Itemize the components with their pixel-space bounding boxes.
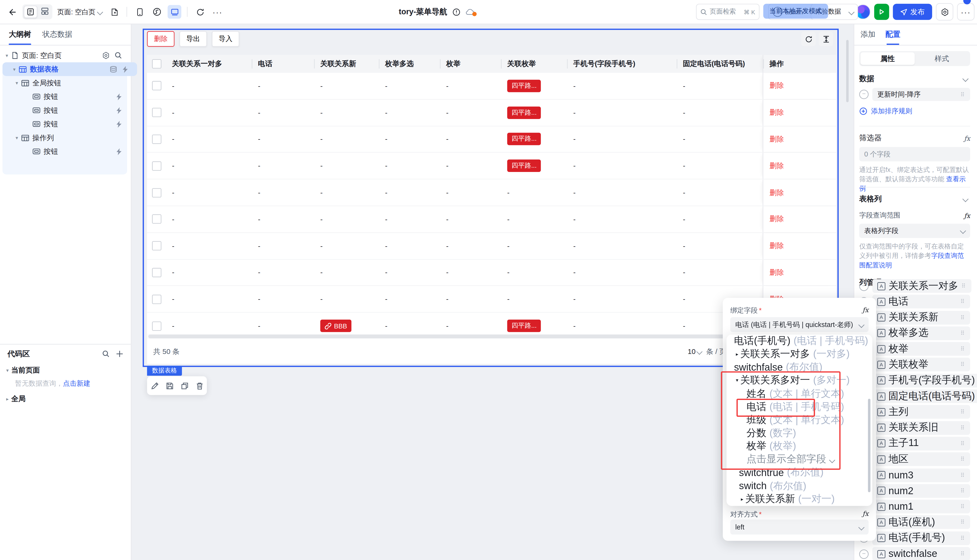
- dropdown-item-分数[interactable]: 分数(数字): [727, 427, 872, 440]
- segment-样式[interactable]: 样式: [915, 52, 969, 65]
- desktop-preview-icon[interactable]: [168, 5, 181, 18]
- enum-tag[interactable]: 四平路...: [507, 320, 541, 332]
- dropdown-scrollbar[interactable]: [868, 399, 870, 492]
- tree-item-按钮-7[interactable]: 按钮: [0, 145, 131, 158]
- mobile-preview-icon[interactable]: [133, 5, 147, 18]
- more-icon[interactable]: ···: [211, 5, 224, 18]
- back-icon[interactable]: [5, 5, 18, 18]
- page-size-select[interactable]: 10 条 / 页: [688, 347, 727, 356]
- row-delete-link[interactable]: 删除: [769, 215, 784, 224]
- drag-handle-icon[interactable]: ⠿: [960, 472, 965, 478]
- align-select[interactable]: left: [730, 520, 869, 535]
- column-pill-switchfalse[interactable]: Aswitchfalse⠿: [872, 547, 970, 560]
- row-delete-link[interactable]: 删除: [769, 188, 784, 197]
- row-checkbox[interactable]: [152, 295, 161, 304]
- drag-handle-icon[interactable]: ⠿: [960, 362, 965, 368]
- drag-handle-icon[interactable]: ⠿: [962, 283, 966, 289]
- dropdown-item-switchfalse[interactable]: switchfalse(布尔值): [727, 361, 872, 374]
- tree-item-全局按钮-2[interactable]: ▾全局按钮: [0, 76, 131, 90]
- row-delete-link[interactable]: 删除: [769, 241, 784, 250]
- column-pill-主子11[interactable]: A主子11⠿: [872, 437, 970, 450]
- page-select[interactable]: 页面: 空白页: [56, 7, 103, 17]
- column-pill-枚举多选[interactable]: A枚举多选⠿: [872, 327, 970, 340]
- drag-handle-icon[interactable]: ⠿: [960, 456, 965, 462]
- drag-handle-icon[interactable]: ⠿: [960, 330, 965, 336]
- outline-view-icon[interactable]: [23, 6, 37, 18]
- row-delete-link[interactable]: 删除: [769, 135, 784, 144]
- copy-icon[interactable]: [180, 382, 188, 390]
- fx-toggle[interactable]: ƒx: [862, 306, 869, 313]
- column-pill-手机号(字段手机号)[interactable]: A手机号(字段手机号)⠿: [872, 374, 977, 387]
- dropdown-item-班级[interactable]: 班级(文本 | 单行文本): [727, 413, 872, 427]
- row-checkbox[interactable]: [152, 215, 161, 224]
- enum-tag[interactable]: 四平路...: [507, 107, 541, 119]
- search-icon[interactable]: [102, 350, 110, 358]
- drag-handle-icon[interactable]: ⠿: [960, 314, 965, 320]
- column-pill-主列[interactable]: A主列⠿: [872, 405, 970, 419]
- delete-icon[interactable]: [195, 382, 203, 390]
- row-checkbox[interactable]: [152, 321, 161, 330]
- plus-icon[interactable]: [116, 350, 123, 358]
- dropdown-item-电话[interactable]: 电话(电话 | 手机号码): [727, 400, 872, 413]
- fx-toggle[interactable]: ƒx: [964, 134, 970, 142]
- bind-field-select[interactable]: 电话 (电话 | 手机号码 | quickstart-老师): [730, 317, 869, 332]
- panel-tab-添加[interactable]: 添加: [860, 23, 875, 45]
- enum-tag[interactable]: 四平路...: [507, 160, 541, 172]
- preview-run-button[interactable]: [874, 4, 889, 20]
- row-checkbox[interactable]: [152, 161, 161, 170]
- column-pill-num3[interactable]: Anum3⠿: [872, 468, 970, 482]
- drag-handle-icon[interactable]: ⠿: [960, 551, 965, 557]
- code-global[interactable]: ▸ 全局: [0, 392, 131, 405]
- search-icon[interactable]: [115, 52, 122, 59]
- topbar-more-button[interactable]: ···: [957, 3, 974, 20]
- drag-handle-icon[interactable]: ⠿: [960, 91, 965, 98]
- bolt-icon[interactable]: [116, 93, 122, 100]
- drag-handle-icon[interactable]: ⠿: [960, 535, 965, 541]
- enum-tag[interactable]: 四平路...: [507, 80, 541, 92]
- header-checkbox[interactable]: [152, 59, 161, 68]
- collapse-icon[interactable]: [962, 196, 969, 202]
- tree-item-页面: 空白页-0[interactable]: ▾页面: 空白页: [0, 49, 131, 62]
- publish-button[interactable]: 发布: [893, 4, 932, 20]
- settings-button[interactable]: [936, 3, 954, 20]
- column-pill-关联关系一对多[interactable]: A关联关系一对多⠿: [872, 279, 971, 293]
- drag-handle-icon[interactable]: ⠿: [960, 503, 965, 510]
- panel-tab-配置[interactable]: 配置: [885, 23, 900, 45]
- remove-column-icon[interactable]: −: [859, 549, 869, 558]
- dropdown-item-关联关系多对一[interactable]: ▾关联关系多对一(多对一): [727, 374, 872, 387]
- dropdown-item-枚举[interactable]: 枚举(枚举): [727, 440, 872, 453]
- tree-item-按钮-4[interactable]: 按钮: [0, 103, 131, 117]
- drag-handle-icon[interactable]: ⠿: [960, 346, 965, 352]
- column-pill-num2[interactable]: Anum2⠿: [872, 484, 970, 498]
- enum-tag[interactable]: 四平路...: [507, 133, 541, 145]
- column-pill-关联关系新[interactable]: A关联关系新⠿: [872, 310, 970, 324]
- table-toolbar-删除[interactable]: 删除: [147, 31, 174, 47]
- add-sort-rule[interactable]: 添加排序规则: [859, 107, 970, 116]
- tree-item-操作列-6[interactable]: ▾操作列: [0, 131, 131, 145]
- row-delete-link[interactable]: 删除: [769, 161, 784, 170]
- column-scope-select[interactable]: 表格列字段: [859, 224, 970, 238]
- row-checkbox[interactable]: [152, 135, 161, 144]
- remove-sort-icon[interactable]: −: [859, 90, 869, 99]
- dropdown-item-switch[interactable]: switch(布尔值): [727, 479, 872, 493]
- drag-handle-icon[interactable]: ⠿: [960, 488, 965, 494]
- sidebar-tab-0[interactable]: 大纲树: [9, 23, 31, 45]
- column-pill-关联枚举[interactable]: A关联枚举⠿: [872, 358, 970, 372]
- dropdown-item-switchtrue[interactable]: switchtrue(布尔值): [727, 466, 872, 479]
- row-checkbox[interactable]: [152, 268, 161, 277]
- row-checkbox[interactable]: [152, 108, 161, 117]
- row-delete-link[interactable]: 删除: [769, 81, 784, 91]
- column-pill-电话(座机)[interactable]: A电话(座机)⠿: [872, 516, 970, 529]
- flow-icon[interactable]: [150, 5, 164, 18]
- table-toolbar-导入[interactable]: 导入: [212, 31, 239, 47]
- column-pill-地区[interactable]: A地区⠿: [872, 452, 970, 466]
- column-pill-电话(手机号)[interactable]: A电话(手机号)⠿: [872, 532, 970, 545]
- create-query-link[interactable]: 点击新建: [63, 378, 90, 388]
- table-toolbar-导出[interactable]: 导出: [179, 31, 207, 47]
- edit-icon[interactable]: [150, 382, 158, 390]
- info-icon[interactable]: [452, 8, 460, 16]
- collapse-icon[interactable]: [962, 76, 969, 82]
- fx-toggle[interactable]: ƒx: [862, 510, 869, 517]
- dropdown-item-电话(手机号)[interactable]: 电话(手机号)(电话 | 手机号码): [727, 335, 872, 348]
- save-icon[interactable]: [165, 382, 173, 390]
